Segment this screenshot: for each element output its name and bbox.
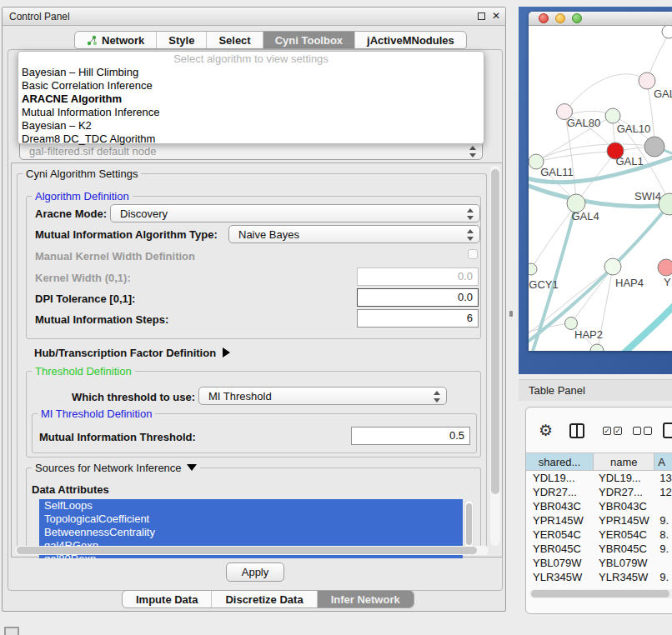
network-node-label: GAL1	[615, 155, 643, 168]
manual-kernel-width-checkbox[interactable]	[468, 249, 478, 259]
minimize-traffic-light-icon[interactable]	[555, 13, 565, 23]
network-node[interactable]	[639, 72, 655, 89]
control-panel-tabbar: Network Style Select Cyni Toolbox jActiv…	[74, 31, 467, 49]
threshold-definition-title: Threshold Definition	[32, 365, 135, 378]
data-attribute-item[interactable]: SelfLoops	[39, 499, 463, 512]
combo-stepper-icon	[434, 390, 440, 403]
gear-icon[interactable]: ⚙	[539, 422, 553, 438]
table-row[interactable]: YBR045C YBR045C 9.	[526, 542, 672, 556]
settings-horizontal-scrollbar[interactable]	[15, 546, 489, 555]
table-row[interactable]: YPR145W YPR145W 9.	[526, 513, 672, 528]
network-node-label: GAL11	[540, 166, 574, 178]
table-row[interactable]: YIL053C YIL053C 9	[526, 584, 672, 588]
which-threshold-label: Which threshold to use:	[72, 391, 195, 403]
apply-button[interactable]: Apply	[226, 562, 284, 582]
minimized-panel-icon[interactable]	[4, 627, 19, 635]
node-table: shared... name A YDL19... YDL19... 13 YD…	[526, 452, 672, 588]
network-window-titlebar[interactable]	[529, 12, 672, 26]
network-node[interactable]	[644, 137, 664, 157]
table-panel-title: Table Panel	[529, 384, 585, 397]
table-row[interactable]: YBR043C YBR043C	[526, 499, 672, 513]
tab-discretize-data[interactable]: Discretize Data	[212, 591, 317, 608]
data-attribute-item[interactable]: TopologicalCoefficient	[39, 512, 463, 526]
column-header-name[interactable]: name	[594, 453, 654, 470]
mi-threshold-group: MI Threshold Definition Mutual Informati…	[32, 413, 477, 453]
kernel-width-label: Kernel Width (0,1):	[35, 272, 131, 284]
network-node-label: Y	[664, 276, 671, 288]
popup-item[interactable]: ARACNE Algorithm	[18, 92, 484, 106]
network-node-label: SWI4	[634, 190, 661, 202]
network-node-label: HAP4	[615, 277, 644, 289]
which-threshold-combobox[interactable]: MI Threshold	[198, 387, 447, 405]
popup-item[interactable]: Bayesian – Hill Climbing	[18, 66, 484, 79]
mi-threshold-field[interactable]: 0.5	[351, 427, 470, 445]
popup-item[interactable]: Dream8 DC_TDC Algorithm	[18, 132, 484, 146]
cyni-algorithm-settings-group: Cyni Algorithm Settings Algorithm Defini…	[17, 173, 487, 547]
network-node[interactable]	[658, 259, 672, 276]
column-header-partial[interactable]: A	[654, 453, 672, 470]
control-panel-titlebar: Control Panel ✕	[3, 8, 505, 26]
close-traffic-light-icon[interactable]	[539, 13, 549, 23]
tab-jactivemnodules[interactable]: jActiveMNodules	[355, 32, 466, 48]
zoom-traffic-light-icon[interactable]	[572, 13, 582, 23]
table-horizontal-scrollbar[interactable]	[529, 589, 672, 598]
columns-icon[interactable]	[569, 423, 584, 438]
network-node-label: GAL10	[617, 122, 650, 135]
aracne-mode-combobox[interactable]: Discovery	[110, 204, 480, 222]
table-row[interactable]: YLR345W YLR345W 9.	[526, 570, 672, 584]
data-attribute-item[interactable]: BetweennessCentrality	[39, 526, 463, 539]
tab-network[interactable]: Network	[75, 32, 157, 48]
select-all-checkboxes-icon[interactable]: ✓✓	[603, 427, 622, 435]
network-node[interactable]	[605, 108, 620, 123]
splitter-handle[interactable]	[509, 311, 513, 317]
sources-group-title[interactable]: Sources for Network Inference	[32, 462, 200, 474]
hub-definition-expander[interactable]: Hub/Transcription Factor Definition	[34, 347, 230, 359]
network-node-label: GAL4	[571, 210, 599, 222]
table-toolbar: ⚙ ✓✓	[526, 412, 672, 449]
table-row[interactable]: YER054C YER054C 8.	[526, 528, 672, 542]
table-panel: ⚙ ✓✓ shared... name A YDL19... YDL19... …	[525, 407, 672, 614]
table-rows: YDL19... YDL19... 13 YDR27... YDR27... 1…	[526, 471, 672, 588]
tab-impute-data[interactable]: Impute Data	[123, 591, 212, 608]
tab-select[interactable]: Select	[207, 32, 263, 48]
network-node-label: GCY1	[529, 278, 558, 291]
close-icon[interactable]: ✕	[492, 10, 500, 22]
popup-item[interactable]: Bayesian – K2	[18, 119, 484, 132]
aracne-mode-label: Aracne Mode:	[35, 208, 107, 220]
network-canvas[interactable]: GALGAL80GAL10GAL1GAL11SWI4GAL4GCY1HAP4YH…	[529, 26, 672, 351]
tab-style[interactable]: Style	[157, 32, 207, 48]
mi-algorithm-type-combobox[interactable]: Naive Bayes	[228, 225, 480, 243]
tab-cyni-toolbox[interactable]: Cyni Toolbox	[263, 32, 355, 48]
network-node[interactable]	[662, 26, 672, 38]
network-window: GALGAL80GAL10GAL1GAL11SWI4GAL4GCY1HAP4YH…	[529, 12, 672, 351]
combo-stepper-icon	[467, 208, 474, 221]
network-node-label: GAL	[654, 88, 672, 100]
network-node[interactable]	[604, 258, 621, 275]
algorithm-definition-title: Algorithm Definition	[32, 190, 133, 202]
float-window-icon[interactable]	[478, 12, 485, 20]
network-nodes: GALGAL80GAL10GAL1GAL11SWI4GAL4GCY1HAP4YH…	[529, 26, 672, 351]
table-row[interactable]: YBL079W YBL079W	[526, 556, 672, 570]
threshold-definition-group: Threshold Definition Which threshold to …	[26, 371, 481, 458]
table-row[interactable]: YDR27... YDR27... 12	[526, 485, 672, 499]
settings-vertical-scrollbar[interactable]	[490, 166, 500, 546]
popup-item[interactable]: Mutual Information Inference	[18, 106, 484, 119]
popup-item[interactable]: Basic Correlation Inference	[18, 79, 484, 92]
control-panel-window: Control Panel ✕ Network Style Select Cyn…	[2, 7, 506, 612]
algorithm-dropdown-popup: Select algorithm to view settings Bayesi…	[18, 51, 484, 144]
network-node[interactable]	[529, 263, 537, 275]
tab-infer-network[interactable]: Infer Network	[318, 591, 414, 608]
column-header-shared-name[interactable]: shared...	[526, 453, 594, 470]
algorithm-definition-group: Algorithm Definition Aracne Mode: Discov…	[26, 196, 481, 339]
kernel-width-field[interactable]: 0.0	[357, 268, 479, 286]
table-row[interactable]: YDL19... YDL19... 13	[526, 471, 672, 485]
mi-threshold-group-title: MI Threshold Definition	[38, 408, 155, 420]
popup-placeholder: Select algorithm to view settings	[18, 52, 484, 66]
deselect-all-checkboxes-icon[interactable]	[633, 427, 652, 435]
table-function-icon[interactable]	[663, 422, 672, 438]
mi-steps-field[interactable]: 6	[357, 309, 479, 328]
network-icon	[87, 35, 98, 46]
expander-right-arrow-icon	[223, 348, 230, 358]
dpi-tolerance-field[interactable]: 0.0	[357, 288, 479, 307]
table-header-row: shared... name A	[526, 452, 672, 471]
